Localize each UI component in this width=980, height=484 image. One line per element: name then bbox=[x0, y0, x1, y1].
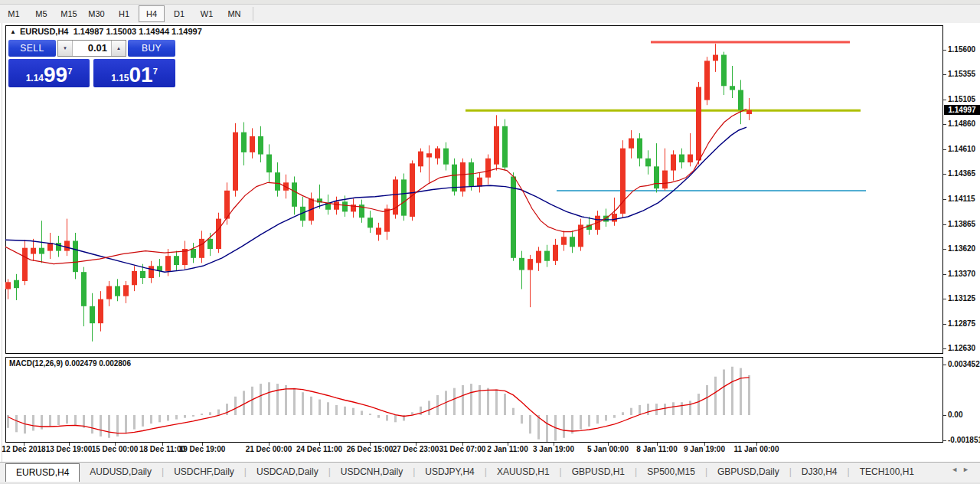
buy-price-display[interactable]: 1.15017 bbox=[93, 59, 175, 87]
volume-decrease-icon[interactable]: ▼ bbox=[58, 41, 73, 56]
price-axis-label: 1.14610 bbox=[948, 145, 975, 154]
bear-candle bbox=[191, 249, 196, 258]
time-axis-label: 12 Dec 2018 bbox=[2, 445, 45, 453]
timeframe-button-w1[interactable]: W1 bbox=[194, 5, 220, 22]
chart-tab-gbpusd-h1[interactable]: GBPUSD,H1 bbox=[562, 463, 635, 480]
price-tick bbox=[943, 274, 946, 275]
price-axis-label: 1.14115 bbox=[948, 195, 975, 204]
macd-bar bbox=[697, 394, 700, 415]
macd-label: MACD(12,26,9) 0.002479 0.002806 bbox=[9, 359, 131, 368]
macd-bar bbox=[613, 415, 616, 418]
price-tick bbox=[943, 100, 946, 100]
price-axis-label: 1.12875 bbox=[948, 319, 975, 329]
macd-bar bbox=[512, 408, 514, 415]
time-axis-label: 2 Jan 11:00 bbox=[487, 445, 528, 453]
bear-candle bbox=[645, 159, 651, 167]
chart-tab-dj30-h4[interactable]: DJ30,H4 bbox=[792, 463, 848, 480]
timeframe-button-m15[interactable]: M15 bbox=[56, 5, 82, 22]
bear-candle bbox=[570, 237, 575, 247]
macd-bar bbox=[605, 415, 607, 420]
timeframe-button-m5[interactable]: M5 bbox=[28, 5, 54, 22]
macd-bar bbox=[150, 415, 152, 424]
scroll-right-icon[interactable]: ► bbox=[962, 466, 974, 473]
price-axis-label: 1.15105 bbox=[948, 95, 975, 104]
bear-candle bbox=[90, 306, 95, 323]
chart-tab-eurusd-h4[interactable]: EURUSD,H4 bbox=[5, 463, 80, 482]
timeframe-button-m1[interactable]: M1 bbox=[1, 5, 27, 22]
macd-bar bbox=[394, 415, 397, 422]
macd-bar bbox=[588, 415, 590, 427]
timeframe-button-h1[interactable]: H1 bbox=[111, 5, 137, 22]
chart-tab-usdchf-daily[interactable]: USDCHF,Daily bbox=[164, 463, 244, 480]
macd-bar bbox=[260, 384, 262, 415]
macd-bar bbox=[495, 390, 498, 415]
bear-candle bbox=[654, 166, 659, 188]
macd-indicator-canvas[interactable] bbox=[5, 357, 943, 443]
macd-bar bbox=[318, 400, 321, 415]
macd-bar bbox=[217, 410, 220, 415]
buy-price-prefix: 1.15 bbox=[111, 71, 129, 85]
timeframe-button-m30[interactable]: M30 bbox=[83, 5, 109, 22]
macd-bar bbox=[184, 415, 186, 418]
macd-bar bbox=[470, 384, 472, 415]
bull-candle bbox=[662, 171, 668, 189]
toolbar-separator bbox=[253, 7, 253, 21]
chart-tab-xauusd-h1[interactable]: XAUUSD,H1 bbox=[487, 463, 560, 480]
bear-candle bbox=[39, 248, 44, 254]
time-axis-label: 8 Jan 11:00 bbox=[636, 445, 677, 453]
macd-bar bbox=[352, 408, 354, 415]
macd-bar bbox=[167, 415, 169, 420]
macd-tick bbox=[943, 365, 946, 365]
bull-candle bbox=[5, 282, 11, 289]
timeframe-toolbar: M1M5M15M30H1H4D1W1MN bbox=[0, 5, 980, 23]
mt4-window: M1M5M15M30H1H4D1W1MN ▲EURUSD,H4 1.14987 … bbox=[0, 0, 980, 484]
chart-tab-tech100-h1[interactable]: TECH100,H1 bbox=[850, 463, 924, 480]
bear-candle bbox=[637, 139, 642, 159]
macd-bar bbox=[630, 408, 632, 415]
macd-bar bbox=[158, 415, 161, 422]
bull-candle bbox=[435, 149, 440, 159]
bull-candle bbox=[612, 214, 617, 222]
macd-bar bbox=[310, 397, 312, 415]
chart-tab-audusd-daily[interactable]: AUDUSD,Daily bbox=[80, 463, 162, 480]
sell-price-display[interactable]: 1.14997 bbox=[8, 59, 90, 87]
price-axis-label: 1.12630 bbox=[948, 344, 975, 353]
macd-bar bbox=[361, 410, 363, 415]
macd-axis-label: 0.003452 bbox=[948, 360, 980, 369]
bull-candle bbox=[713, 55, 718, 61]
chart-tab-usdcnh-daily[interactable]: USDCNH,Daily bbox=[331, 463, 413, 480]
chart-tab-gbpusd-daily[interactable]: GBPUSD,Daily bbox=[707, 463, 789, 480]
price-tick bbox=[943, 324, 946, 325]
chart-tab-sp500-m15[interactable]: SP500,M15 bbox=[637, 463, 705, 480]
macd-bar bbox=[428, 401, 430, 415]
bull-candle bbox=[22, 248, 28, 281]
macd-tick bbox=[943, 415, 946, 416]
bear-candle bbox=[207, 239, 213, 249]
macd-bar bbox=[681, 402, 683, 415]
bear-candle bbox=[241, 132, 247, 152]
volume-input[interactable]: 0.01 bbox=[73, 41, 111, 56]
macd-bar bbox=[243, 391, 245, 415]
time-axis-label: 19 Dec 19:00 bbox=[179, 445, 226, 453]
macd-bar bbox=[226, 404, 228, 415]
macd-bar bbox=[580, 415, 582, 430]
macd-bar bbox=[521, 415, 523, 424]
scroll-left-icon[interactable]: ◄ bbox=[951, 466, 962, 473]
timeframe-button-h4[interactable]: H4 bbox=[139, 5, 165, 22]
chart-tab-usdjpy-h4[interactable]: USDJPY,H4 bbox=[415, 463, 484, 480]
timeframe-button-d1[interactable]: D1 bbox=[166, 5, 192, 22]
bull-candle bbox=[410, 163, 415, 217]
window-left-border bbox=[2, 23, 2, 462]
chart-tab-usdcad-daily[interactable]: USDCAD,Daily bbox=[247, 463, 328, 480]
price-axis-label: 1.14860 bbox=[948, 119, 975, 129]
volume-increase-icon[interactable]: ▲ bbox=[111, 41, 126, 56]
price-axis-label: 1.15600 bbox=[948, 45, 975, 54]
buy-button[interactable]: BUY bbox=[128, 40, 175, 57]
price-tick bbox=[943, 124, 946, 125]
bull-candle bbox=[64, 240, 70, 250]
volume-spinner: ▼ 0.01 ▲ bbox=[57, 40, 126, 57]
collapse-triangle-icon[interactable]: ▲ bbox=[10, 28, 16, 35]
sell-button[interactable]: SELL bbox=[8, 40, 56, 57]
timeframe-button-mn[interactable]: MN bbox=[221, 5, 247, 22]
bull-candle bbox=[384, 208, 390, 231]
